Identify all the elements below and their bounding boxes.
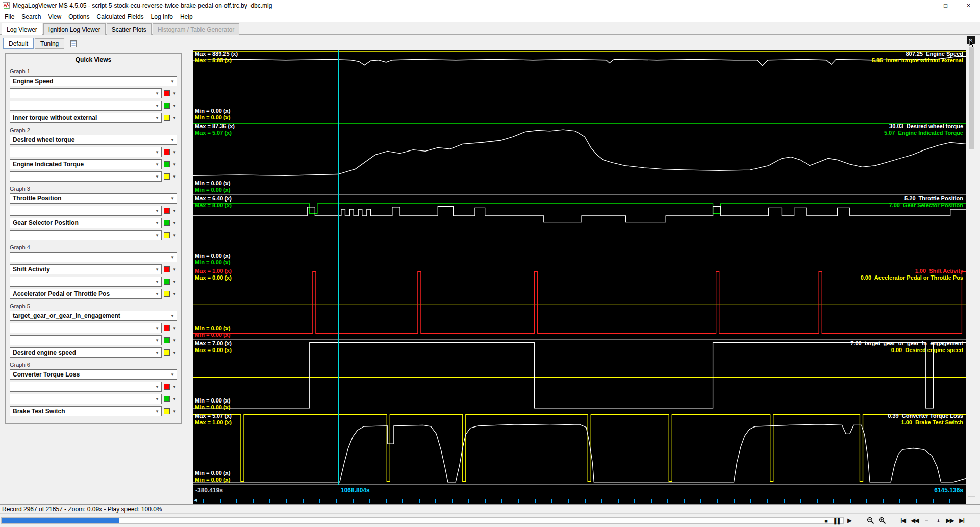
channel-select-g3-3[interactable]: Gear Selector Position▼ (10, 218, 162, 228)
graph-panel-4[interactable]: Max = 1.00 (x)Max = 0.00 (x)Min = 0.00 (… (193, 267, 966, 340)
channel-select-g2-3[interactable]: Engine Indicated Torque▼ (10, 159, 162, 169)
vertical-scrollbar[interactable] (968, 46, 975, 497)
speed-up-button[interactable]: + (934, 516, 942, 526)
chevron-down-icon[interactable]: ▼ (172, 350, 177, 355)
color-swatch[interactable] (164, 161, 170, 167)
chevron-down-icon[interactable]: ▼ (172, 162, 177, 167)
menu-view[interactable]: View (44, 12, 65, 22)
stop-button[interactable]: ■ (822, 516, 830, 526)
graph-panel-1[interactable]: Max = 889.25 (x)Max = 5.85 (x)Min = 0.00… (193, 50, 966, 122)
color-swatch[interactable] (164, 220, 170, 226)
color-swatch[interactable] (164, 325, 170, 331)
graph-panel-2[interactable]: Max = 87.36 (x)Max = 5.07 (x)Min = 0.00 … (193, 122, 966, 195)
view-tab-tuning[interactable]: Tuning (35, 38, 64, 49)
zoom-in-button[interactable] (878, 516, 886, 526)
chevron-down-icon[interactable]: ▼ (172, 292, 177, 296)
channel-select-g2-1[interactable]: Desired wheel torque▼ (10, 135, 177, 145)
skip-start-button[interactable]: |◀ (899, 516, 907, 526)
channel-select-g6-2[interactable]: ▼ (10, 382, 162, 392)
skip-end-button[interactable]: ▶| (958, 516, 966, 526)
chevron-down-icon[interactable]: ▼ (172, 385, 177, 389)
color-swatch[interactable] (164, 208, 170, 214)
channel-select-g6-3[interactable]: ▼ (10, 394, 162, 404)
chevron-down-icon[interactable]: ▼ (172, 209, 177, 213)
channel-select-g6-4[interactable]: Brake Test Switch▼ (10, 406, 162, 416)
tab-histogram-table-generator[interactable]: Histogram / Table Generator (153, 23, 240, 35)
channel-select-g1-1[interactable]: Engine Speed▼ (10, 76, 177, 86)
menu-calculated-fields[interactable]: Calculated Fields (93, 12, 147, 22)
tab-ignition-log-viewer[interactable]: Ignition Log Viewer (43, 23, 106, 35)
chevron-down-icon[interactable]: ▼ (172, 338, 177, 343)
channel-select-g2-4[interactable]: ▼ (10, 171, 162, 182)
channel-select-g3-1[interactable]: Throttle Position▼ (10, 193, 177, 204)
chevron-down-icon[interactable]: ▼ (172, 221, 177, 225)
tab-log-viewer[interactable]: Log Viewer (2, 23, 42, 35)
menu-help[interactable]: Help (177, 12, 196, 22)
window-close-button[interactable]: × (957, 0, 980, 11)
chevron-down-icon[interactable]: ▼ (172, 233, 177, 238)
pause-button[interactable]: ▌▌ (834, 516, 842, 526)
channel-select-g2-2[interactable]: ▼ (10, 147, 162, 157)
chevron-down-icon[interactable]: ▼ (172, 267, 177, 272)
channel-select-g4-4[interactable]: Accelerator Pedal or Throttle Pos▼ (10, 289, 162, 299)
position-scrollbar[interactable] (1, 517, 844, 524)
play-button[interactable]: ▶ (845, 516, 853, 526)
rewind-button[interactable]: ◀◀ (911, 516, 919, 526)
channel-select-g1-3[interactable]: ▼ (10, 101, 162, 111)
view-tab-default[interactable]: Default (3, 38, 34, 49)
color-swatch[interactable] (164, 291, 170, 297)
color-swatch[interactable] (164, 173, 170, 180)
tab-scatter-plots[interactable]: Scatter Plots (107, 23, 152, 35)
color-swatch[interactable] (164, 279, 170, 285)
chevron-down-icon[interactable]: ▼ (172, 150, 177, 155)
graph-panel-3[interactable]: Max = 6.40 (x)Max = 8.00 (x)Min = 0.00 (… (193, 195, 966, 267)
color-swatch[interactable] (164, 266, 170, 272)
log-chart[interactable]: Max = 889.25 (x)Max = 5.85 (x)Min = 0.00… (193, 50, 966, 504)
channel-select-g5-4[interactable]: Desired engine speed▼ (10, 347, 162, 358)
menu-file[interactable]: File (1, 12, 18, 22)
window-maximize-button[interactable]: □ (934, 0, 957, 11)
chevron-down-icon[interactable]: ▼ (172, 326, 177, 331)
chevron-down-icon[interactable]: ▼ (172, 397, 177, 401)
channel-select-g1-2[interactable]: ▼ (10, 88, 162, 98)
channel-select-g4-1[interactable]: ▼ (10, 252, 177, 262)
vertical-scrollbar-thumb[interactable] (969, 47, 974, 149)
color-swatch[interactable] (164, 103, 170, 109)
color-swatch[interactable] (164, 232, 170, 238)
channel-select-g5-2[interactable]: ▼ (10, 323, 162, 333)
color-swatch[interactable] (164, 384, 170, 390)
zoom-out-button[interactable] (866, 516, 874, 526)
channel-select-g5-3[interactable]: ▼ (10, 335, 162, 345)
new-view-button[interactable] (68, 39, 79, 49)
color-swatch[interactable] (164, 349, 170, 356)
chevron-down-icon[interactable]: ▼ (172, 104, 177, 108)
chevron-down-icon[interactable]: ▼ (172, 409, 177, 414)
channel-select-g5-1[interactable]: target_gear_or_gear_in_engagement▼ (10, 311, 177, 321)
color-swatch[interactable] (164, 115, 170, 121)
fast-forward-button[interactable]: ▶▶ (946, 516, 954, 526)
channel-select-g3-2[interactable]: ▼ (10, 206, 162, 216)
speed-down-button[interactable]: − (922, 516, 931, 526)
channel-select-g1-4[interactable]: Inner torque without external▼ (10, 113, 162, 123)
channel-select-g3-4[interactable]: ▼ (10, 230, 162, 240)
chevron-down-icon[interactable]: ▼ (172, 91, 177, 96)
log-overview-strip[interactable]: ◀ (193, 497, 966, 504)
window-minimize-button[interactable]: – (911, 0, 934, 11)
menu-search[interactable]: Search (18, 12, 44, 22)
graph-panel-5[interactable]: Max = 7.00 (x)Max = 0.00 (x)Min = 0.00 (… (193, 340, 966, 412)
channel-select-g6-1[interactable]: Converter Torque Loss▼ (10, 369, 177, 380)
color-swatch[interactable] (164, 396, 170, 402)
menu-log-info[interactable]: Log Info (147, 12, 177, 22)
color-swatch[interactable] (164, 149, 170, 155)
channel-select-g4-3[interactable]: ▼ (10, 277, 162, 287)
menu-options[interactable]: Options (65, 12, 93, 22)
chevron-down-icon[interactable]: ▼ (172, 116, 177, 120)
position-scrollbar-thumb[interactable] (2, 518, 119, 523)
color-swatch[interactable] (164, 90, 170, 96)
color-swatch[interactable] (164, 408, 170, 414)
chevron-down-icon[interactable]: ▼ (172, 280, 177, 284)
graph-panel-6[interactable]: Max = 5.07 (x)Max = 1.00 (x)Min = 0.00 (… (193, 412, 966, 485)
color-swatch[interactable] (164, 337, 170, 343)
channel-select-g4-2[interactable]: Shift Activity▼ (10, 264, 162, 274)
chevron-down-icon[interactable]: ▼ (172, 174, 177, 179)
